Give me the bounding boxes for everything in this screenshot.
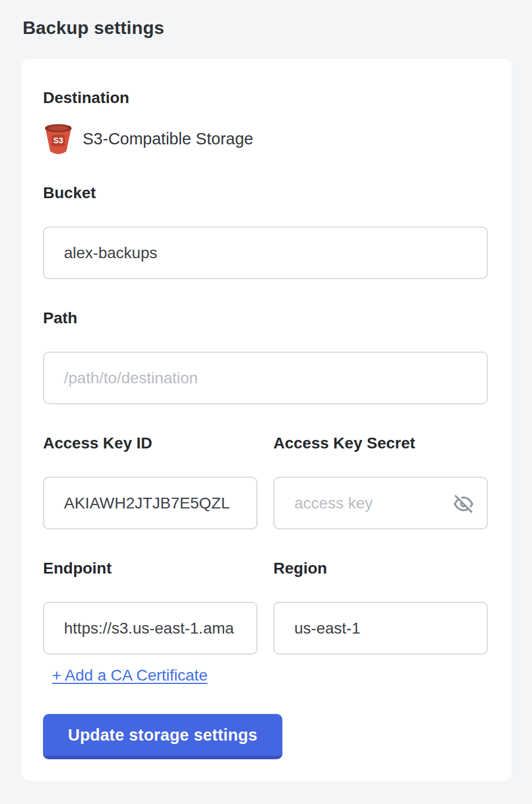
svg-text:S3: S3	[53, 136, 63, 145]
access-key-id-field: Access Key ID	[43, 434, 258, 529]
backup-settings-card: Destination S3 S3-Compatible Storage Buc…	[22, 59, 512, 781]
bucket-input[interactable]	[43, 226, 488, 279]
region-field: Region	[273, 559, 488, 655]
destination-label: Destination	[43, 88, 488, 108]
access-key-id-label: Access Key ID	[43, 434, 258, 453]
add-ca-certificate-link[interactable]: + Add a CA Certificate	[52, 666, 208, 685]
destination-value: S3-Compatible Storage	[83, 130, 253, 148]
access-key-secret-label: Access Key Secret	[273, 434, 488, 453]
access-key-secret-field: Access Key Secret	[273, 434, 488, 529]
region-label: Region	[273, 559, 488, 578]
path-label: Path	[43, 309, 488, 328]
destination-value-row: S3 S3-Compatible Storage	[43, 122, 488, 155]
access-key-row: Access Key ID Access Key Secret	[43, 434, 488, 529]
access-key-id-input[interactable]	[43, 477, 258, 529]
backup-settings-page: Backup settings Destination S3 S3-Compat…	[0, 0, 532, 781]
page-title: Backup settings	[23, 15, 512, 41]
s3-bucket-icon: S3	[43, 122, 74, 155]
endpoint-region-row: Endpoint Region	[43, 559, 488, 655]
update-storage-settings-button[interactable]: Update storage settings	[43, 714, 282, 759]
path-input[interactable]	[43, 352, 488, 404]
endpoint-field: Endpoint	[43, 559, 258, 655]
endpoint-label: Endpoint	[43, 559, 258, 578]
endpoint-input[interactable]	[43, 602, 258, 655]
region-input[interactable]	[273, 602, 488, 655]
bucket-label: Bucket	[43, 183, 488, 203]
eye-off-icon[interactable]	[453, 493, 474, 515]
access-key-secret-input-wrap	[273, 477, 488, 529]
